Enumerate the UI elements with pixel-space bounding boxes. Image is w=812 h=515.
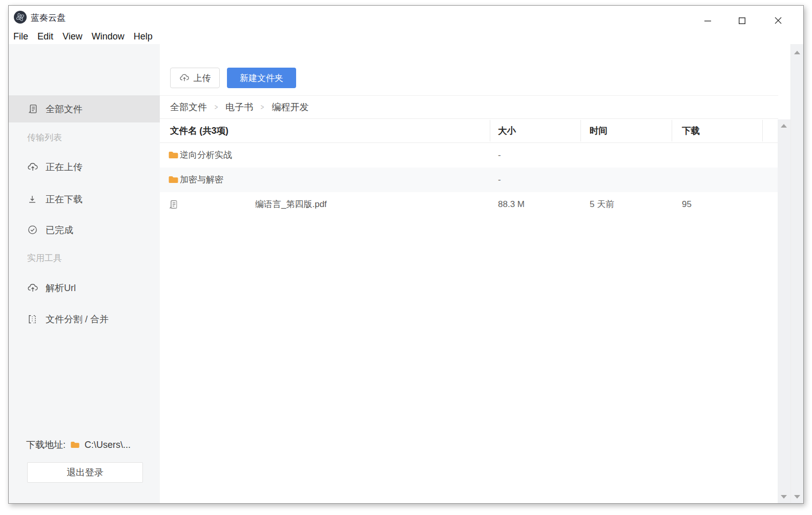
menu-view[interactable]: View [58, 29, 87, 44]
file-time: 5 天前 [590, 192, 614, 217]
menu-help[interactable]: Help [129, 29, 157, 44]
column-header-size: 大小 [498, 119, 516, 143]
file-name[interactable]: 逆向分析实战 [180, 143, 232, 168]
window-scrollbar[interactable] [790, 44, 803, 503]
scroll-up-icon[interactable] [781, 124, 787, 128]
column-header-time: 时间 [590, 119, 608, 143]
table-header: 文件名 (共3项) 大小 时间 下载 [160, 119, 778, 143]
sidebar-section-transfer: 传输列表 [27, 132, 62, 143]
close-icon [774, 16, 782, 25]
table-row[interactable]: 编语言_第四版.pdf 88.3 M 5 天前 95 [160, 192, 778, 217]
logout-button[interactable]: 退出登录 [27, 462, 143, 483]
folder-icon [168, 175, 179, 184]
download-path-row: 下载地址: C:\Users\... [26, 438, 131, 451]
file-size: - [498, 168, 501, 192]
column-divider [762, 120, 763, 141]
sidebar-item-label: 正在上传 [46, 161, 82, 173]
redacted-area [180, 197, 255, 212]
menu-edit[interactable]: Edit [33, 29, 58, 44]
close-button[interactable] [770, 13, 786, 28]
title-bar: 蓝奏云盘 [9, 6, 803, 29]
file-name[interactable]: 加密与解密 [180, 168, 223, 192]
file-name[interactable]: 编语言_第四版.pdf [255, 192, 327, 217]
upload-button-label: 上传 [194, 72, 211, 84]
minimize-icon [704, 17, 712, 25]
table-row[interactable]: 加密与解密 - [160, 168, 778, 192]
sidebar-item-label: 解析Url [46, 282, 76, 294]
minimize-button[interactable] [699, 13, 716, 28]
folder-icon [168, 151, 179, 160]
table-scrollbar[interactable] [778, 119, 790, 503]
cloud-upload-icon [27, 282, 38, 294]
folder-icon [70, 441, 80, 449]
column-divider [580, 120, 581, 141]
menu-window[interactable]: Window [87, 29, 129, 44]
column-divider [672, 120, 672, 141]
check-circle-icon [27, 224, 38, 236]
chevron-right-icon: > [261, 103, 264, 111]
sidebar-item-label: 已完成 [46, 224, 73, 236]
column-header-name: 文件名 (共3项) [170, 119, 228, 143]
breadcrumb-item-root[interactable]: 全部文件 [170, 101, 207, 113]
sidebar-section-tools: 实用工具 [27, 253, 62, 264]
app-logo-icon [14, 11, 27, 24]
split-merge-icon [27, 314, 38, 325]
scroll-down-icon[interactable] [794, 495, 800, 499]
documents-icon [27, 104, 38, 115]
table-row[interactable]: 逆向分析实战 - [160, 143, 778, 168]
breadcrumb-item-ebooks[interactable]: 电子书 [225, 101, 253, 113]
cloud-upload-icon [27, 161, 38, 173]
window-title: 蓝奏云盘 [31, 12, 66, 24]
sidebar-item-parse-url[interactable]: 解析Url [9, 274, 160, 301]
sidebar-item-completed[interactable]: 已完成 [9, 216, 160, 243]
cloud-upload-icon [179, 73, 190, 83]
maximize-button[interactable] [734, 13, 750, 28]
sidebar-item-label: 文件分割 / 合并 [46, 313, 109, 325]
main-panel: 上传 新建文件夹 全部文件 > 电子书 > 编程开发 文件名 (共3项) 大小 … [160, 44, 790, 503]
sidebar-item-downloading[interactable]: 正在下载 [9, 186, 160, 213]
column-header-downloads: 下载 [682, 119, 700, 143]
download-path-label: 下载地址: [26, 439, 66, 451]
breadcrumb: 全部文件 > 电子书 > 编程开发 [160, 95, 778, 119]
download-path-value[interactable]: C:\Users\... [85, 440, 131, 450]
menu-bar: File Edit View Window Help [9, 29, 803, 44]
sidebar-item-all-files[interactable]: 全部文件 [9, 95, 160, 122]
app-window: 蓝奏云盘 File Edit View Window Help [8, 5, 804, 504]
sidebar-item-label: 正在下载 [46, 193, 82, 205]
chevron-right-icon: > [215, 103, 218, 111]
scroll-up-icon[interactable] [794, 51, 800, 54]
new-folder-button[interactable]: 新建文件夹 [227, 68, 296, 88]
sidebar-item-split-merge[interactable]: 文件分割 / 合并 [9, 305, 160, 333]
scroll-down-icon[interactable] [781, 495, 787, 499]
maximize-icon [738, 17, 746, 25]
upload-button[interactable]: 上传 [170, 68, 220, 88]
sidebar-item-label: 全部文件 [46, 103, 82, 115]
file-document-icon [168, 199, 179, 209]
breadcrumb-item-current[interactable]: 编程开发 [272, 101, 308, 113]
file-size: - [498, 143, 501, 168]
menu-file[interactable]: File [9, 29, 33, 44]
sidebar: 全部文件 传输列表 正在上传 正在下载 [9, 44, 160, 503]
file-size: 88.3 M [498, 192, 525, 217]
download-icon [27, 194, 38, 205]
sidebar-item-uploading[interactable]: 正在上传 [9, 153, 160, 180]
file-downloads: 95 [682, 192, 692, 217]
column-divider [490, 120, 490, 141]
